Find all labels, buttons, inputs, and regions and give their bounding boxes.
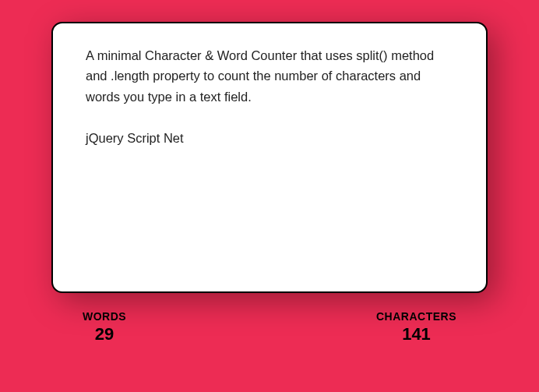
characters-label: CHARACTERS xyxy=(376,310,456,323)
counters-row: WORDS 29 CHARACTERS 141 xyxy=(51,310,488,344)
textarea-container xyxy=(51,22,488,293)
words-label: WORDS xyxy=(83,310,126,323)
characters-value: 141 xyxy=(402,324,431,344)
characters-counter: CHARACTERS 141 xyxy=(376,310,456,344)
words-counter: WORDS 29 xyxy=(83,310,126,344)
text-input[interactable] xyxy=(51,22,488,293)
words-value: 29 xyxy=(95,324,114,344)
